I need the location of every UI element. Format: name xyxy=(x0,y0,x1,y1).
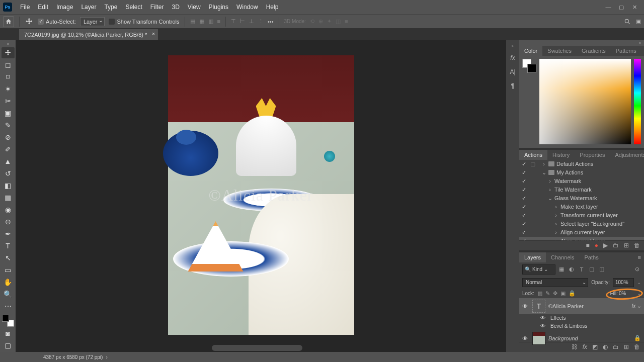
screen-mode-icon[interactable]: ▢ xyxy=(2,340,15,351)
hand-tool[interactable]: ✋ xyxy=(2,277,15,288)
tab-layers[interactable]: Layers xyxy=(519,252,546,262)
close-tab-icon[interactable]: × xyxy=(152,31,155,37)
visibility-toggle-icon[interactable]: 👁 xyxy=(522,335,529,341)
lock-artboard-icon[interactable]: ▣ xyxy=(560,290,566,297)
menu-image[interactable]: Image xyxy=(52,4,77,11)
gradient-tool[interactable]: ▦ xyxy=(2,192,15,203)
distribute-top-icon[interactable]: ⊤ xyxy=(231,18,236,25)
collapse-toolbar-icon[interactable]: « xyxy=(4,42,13,46)
tab-actions[interactable]: Actions xyxy=(519,150,547,160)
tab-paths[interactable]: Paths xyxy=(580,252,604,262)
expand-dock-icon[interactable]: » xyxy=(512,44,514,48)
fx-badge[interactable]: fx ⌄ xyxy=(631,303,641,309)
tab-history[interactable]: History xyxy=(547,150,575,160)
more-options-icon[interactable]: ••• xyxy=(268,19,274,25)
path-select-tool[interactable]: ↖ xyxy=(2,252,15,263)
layer-text-watermark[interactable]: 👁 T ©Alicia Parker fx ⌄ xyxy=(519,298,644,314)
move-tool[interactable] xyxy=(2,47,15,58)
lock-pixels-icon[interactable]: ✎ xyxy=(545,290,550,297)
quick-mask-icon[interactable]: ◙ xyxy=(2,328,15,339)
action-step-4[interactable]: ✓›Align current layer xyxy=(519,237,644,240)
filter-toggle-icon[interactable]: ⊙ xyxy=(633,265,641,274)
lock-position-icon[interactable]: ✥ xyxy=(553,290,557,297)
opacity-input[interactable]: 100% xyxy=(613,278,634,287)
action-step-3[interactable]: ✓›Align current layer xyxy=(519,228,644,237)
visibility-toggle-icon[interactable]: 👁 xyxy=(522,303,529,309)
lock-all-icon[interactable]: 🔒 xyxy=(569,290,576,297)
link-layers-icon[interactable]: ⛓ xyxy=(572,343,578,350)
action-step-1[interactable]: ✓›Transform current layer xyxy=(519,211,644,220)
layer-mask-icon[interactable]: ◩ xyxy=(592,343,598,350)
play-action-icon[interactable]: ▶ xyxy=(603,242,608,249)
filter-shape-icon[interactable]: ▢ xyxy=(588,265,596,274)
menu-select[interactable]: Select xyxy=(121,4,146,11)
show-transform-checkbox[interactable]: Show Transform Controls xyxy=(109,19,179,25)
canvas-area[interactable]: ©Alicia Parker xyxy=(16,40,506,352)
action-step-2[interactable]: ✓›Select layer "Background" xyxy=(519,220,644,228)
document-tab[interactable]: 7C2A0199.jpg @ 10,2% (©Alicia Parker, RG… xyxy=(19,29,158,40)
edit-toolbar-icon[interactable]: ⋯ xyxy=(2,301,15,312)
stop-action-icon[interactable]: ■ xyxy=(586,242,590,249)
home-button[interactable] xyxy=(3,16,14,27)
foreground-background-colors[interactable] xyxy=(2,315,14,327)
filter-pixel-icon[interactable]: ▦ xyxy=(557,265,566,274)
crop-tool[interactable]: ✂ xyxy=(2,96,15,107)
align-right-icon[interactable]: ▥ xyxy=(208,18,213,25)
layer-thumbnail[interactable] xyxy=(532,332,545,345)
tab-gradients[interactable]: Gradients xyxy=(577,46,611,56)
tab-channels[interactable]: Channels xyxy=(546,252,579,262)
lasso-tool[interactable]: ⌑ xyxy=(2,71,15,82)
collapse-panels-icon[interactable]: » xyxy=(519,40,644,46)
menu-type[interactable]: Type xyxy=(100,4,121,11)
menu-3d[interactable]: 3D xyxy=(168,4,183,11)
paragraph-panel-icon[interactable]: ¶ xyxy=(509,82,517,90)
color-panel-menu-icon[interactable]: ≡ xyxy=(641,48,644,54)
action-glass-watermark[interactable]: ✓⌄Glass Watermark xyxy=(519,194,644,203)
3d-pan-icon[interactable]: ⊕ xyxy=(318,18,323,25)
character-panel-icon[interactable]: A| xyxy=(509,68,517,76)
align-left-icon[interactable]: ▤ xyxy=(190,18,195,25)
tab-color[interactable]: Color xyxy=(519,46,542,56)
record-action-icon[interactable]: ● xyxy=(595,242,598,249)
blur-tool[interactable]: ◉ xyxy=(2,204,15,215)
maximize-button[interactable]: ▢ xyxy=(618,4,625,11)
tab-swatches[interactable]: Swatches xyxy=(542,46,577,56)
menu-window[interactable]: Window xyxy=(232,4,262,11)
lock-transparency-icon[interactable]: ▨ xyxy=(537,290,542,297)
new-layer-icon[interactable]: ⊞ xyxy=(624,343,629,350)
layer-thumbnail[interactable]: T xyxy=(532,300,545,313)
tab-patterns[interactable]: Patterns xyxy=(611,46,641,56)
eraser-tool[interactable]: ◧ xyxy=(2,180,15,191)
workspace-switcher-icon[interactable]: ▣ xyxy=(636,18,641,25)
type-tool[interactable]: T xyxy=(2,240,15,251)
delete-action-icon[interactable]: 🗑 xyxy=(634,242,640,249)
3d-orbit-icon[interactable]: ⟲ xyxy=(310,18,314,25)
filter-adjust-icon[interactable]: ◐ xyxy=(568,265,576,274)
action-step-0[interactable]: ✓›Make text layer xyxy=(519,203,644,211)
quick-select-tool[interactable]: ✶ xyxy=(2,83,15,95)
history-brush-tool[interactable]: ↺ xyxy=(2,168,15,179)
new-action-icon[interactable]: ⊞ xyxy=(624,242,629,249)
document-dimensions[interactable]: 4387 px x 6580 px (72 ppi) xyxy=(43,354,103,360)
frame-tool[interactable]: ▣ xyxy=(2,108,15,119)
action-set-default[interactable]: ✓▢›Default Actions xyxy=(519,160,644,168)
filter-smart-icon[interactable]: ◫ xyxy=(598,265,606,274)
minimize-button[interactable]: — xyxy=(605,4,612,11)
zoom-tool[interactable]: 🔍 xyxy=(2,289,15,300)
menu-plugins[interactable]: Plugins xyxy=(205,4,232,11)
auto-select-target-dropdown[interactable]: Layer xyxy=(80,17,105,26)
new-set-icon[interactable]: 🗀 xyxy=(613,242,619,249)
shape-tool[interactable]: ▭ xyxy=(2,264,15,276)
action-watermark[interactable]: ✓›Watermark xyxy=(519,177,644,186)
distribute-more-icon[interactable]: ⋮ xyxy=(258,18,264,25)
clone-stamp-tool[interactable]: ▲ xyxy=(2,156,15,167)
menu-view[interactable]: View xyxy=(184,4,205,11)
action-tile-watermark[interactable]: ✓›Tile Watermark xyxy=(519,186,644,194)
layer-filter-kind-dropdown[interactable]: 🔍Kind ⌄ xyxy=(522,264,555,275)
color-picker-field[interactable] xyxy=(539,59,631,144)
distribute-vcenter-icon[interactable]: ⊢ xyxy=(240,18,245,25)
marquee-tool[interactable]: ◻ xyxy=(2,59,15,70)
hue-slider[interactable] xyxy=(634,59,641,144)
3d-scale-icon[interactable]: ◫ xyxy=(336,18,341,25)
menu-layer[interactable]: Layer xyxy=(77,4,100,11)
